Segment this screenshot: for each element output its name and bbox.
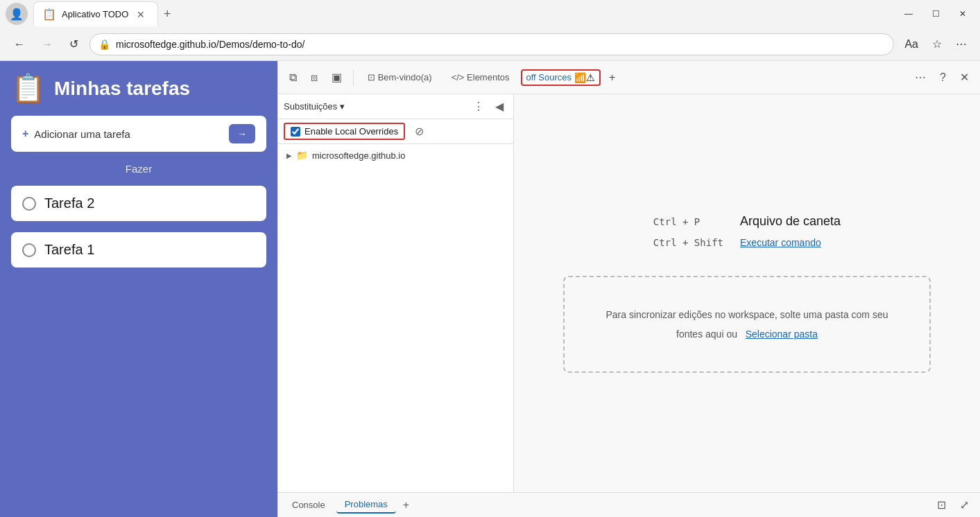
enable-overrides-label: Enable Local Overrides	[304, 126, 398, 137]
task-item-0[interactable]: Tarefa 2	[11, 186, 266, 221]
main-content: 📋 Minhas tarefas + Adicionar uma tarefa …	[0, 61, 980, 517]
sources-dropdown-label: Substituições	[284, 101, 337, 112]
tab-bar: 📋 Aplicativo TODO ✕ +	[33, 0, 896, 28]
browser-frame: 👤 📋 Aplicativo TODO ✕ + — ☐ ✕ ← → ↺ 🔒 mi…	[0, 0, 980, 517]
select-folder-link[interactable]: Selecionar pasta	[746, 328, 818, 340]
toolbar-right: Aa ☆ ⋯	[900, 34, 972, 54]
bottom-right-buttons: ⊡ ⤢	[931, 495, 974, 515]
drop-zone-text-2: fontes aqui ou	[676, 328, 737, 340]
refresh-button[interactable]: ↺	[64, 33, 84, 55]
add-task-placeholder: Adicionar uma tarefa	[34, 128, 223, 140]
task-label-0: Tarefa 2	[44, 195, 94, 211]
tab-elements[interactable]: </> Elementos	[443, 68, 518, 87]
devtools-topbar: ⧉ ⧇ ▣ ⊡ Bem-vindo(a) </> Elementos off S…	[278, 61, 980, 94]
enable-overrides-container: Enable Local Overrides	[284, 123, 405, 140]
add-bottom-tab-button[interactable]: +	[399, 497, 413, 514]
devtools-close-button[interactable]: ✕	[954, 67, 974, 87]
tab-sources[interactable]: off Sources	[526, 72, 572, 82]
minimize-button[interactable]: —	[896, 6, 921, 21]
app-logo-icon: 📋	[11, 72, 46, 105]
add-devtools-tab-button[interactable]: +	[603, 68, 621, 87]
devtools-device-button[interactable]: ⧇	[305, 68, 323, 87]
folder-icon: 📁	[296, 150, 308, 161]
url-bar[interactable]: 🔒 microsoftedge.github.io/Demos/demo-to-…	[89, 33, 894, 55]
more-options-button[interactable]: ⋯	[951, 34, 972, 54]
devtools-layout-button[interactable]: ▣	[326, 67, 347, 87]
devtools-inspect-button[interactable]: ⧉	[284, 68, 302, 87]
lock-icon: 🔒	[98, 39, 110, 50]
drop-zone-text-1: Para sincronizar edições no workspace, s…	[606, 309, 888, 320]
bottom-tab-console[interactable]: Console	[284, 497, 334, 513]
tab-title: Aplicativo TODO	[62, 9, 128, 19]
devtools-bottombar: Console Problemas + ⊡ ⤢	[278, 492, 980, 517]
title-bar: 👤 📋 Aplicativo TODO ✕ + — ☐ ✕	[0, 0, 980, 28]
tab-sources-container: off Sources 📶⚠	[521, 69, 601, 86]
bottom-screenshot-button[interactable]: ⊡	[931, 495, 952, 515]
app-header: 📋 Minhas tarefas	[11, 72, 266, 105]
section-label: Fazer	[11, 163, 266, 175]
browser-tab[interactable]: 📋 Aplicativo TODO ✕	[33, 1, 158, 26]
reader-view-button[interactable]: Aa	[900, 35, 923, 54]
shortcut1-desc: Arquivo de caneta	[740, 214, 841, 229]
app-title: Minhas tarefas	[54, 78, 190, 100]
shortcut-grid: Ctrl + P Arquivo de caneta Ctrl + Shift …	[653, 214, 841, 248]
url-text: microsoftedge.github.io/Demos/demo-to-do…	[116, 39, 885, 50]
shortcut2-link[interactable]: Executar comando	[740, 237, 841, 248]
forward-btn: →	[36, 34, 58, 55]
add-task-submit-button[interactable]: →	[229, 124, 255, 143]
app-panel: 📋 Minhas tarefas + Adicionar uma tarefa …	[0, 61, 277, 517]
add-task-plus-icon: +	[22, 128, 28, 140]
task-checkbox-1[interactable]	[22, 243, 36, 257]
task-checkbox-0[interactable]	[22, 197, 36, 211]
sources-dropdown[interactable]: Substituições ▾	[284, 101, 466, 112]
tree-item-label-0: microsoftedge.github.io	[312, 150, 405, 161]
sources-menu-button[interactable]: ⋮	[469, 98, 488, 115]
clear-overrides-button[interactable]: ⊘	[411, 123, 428, 140]
sidebar-toggle-button[interactable]: ◀	[491, 98, 508, 115]
tree-expand-icon: ▶	[286, 152, 292, 159]
wifi-warning-icon: 📶⚠	[574, 72, 595, 83]
overrides-toolbar: Enable Local Overrides ⊘	[278, 119, 513, 144]
elements-icon: </>	[452, 72, 465, 82]
bottom-expand-button[interactable]: ⤢	[954, 495, 974, 515]
shortcut2-keys: Ctrl + Shift	[653, 237, 723, 248]
enable-overrides-checkbox[interactable]	[291, 127, 300, 137]
sources-main-pane: Ctrl + P Arquivo de caneta Ctrl + Shift …	[514, 94, 980, 492]
file-tree: ▶ 📁 microsoftedge.github.io	[278, 144, 513, 166]
sources-label: off Sources	[526, 72, 572, 82]
sources-left-pane: Substituições ▾ ⋮ ◀ Enable Local Overrid…	[278, 94, 514, 492]
drop-zone[interactable]: Para sincronizar edições no workspace, s…	[563, 276, 931, 373]
tab-favicon-icon: 📋	[42, 8, 56, 21]
task-label-1: Tarefa 1	[44, 242, 94, 258]
shortcut1-keys: Ctrl + P	[653, 216, 723, 227]
home-icon: ⊡	[368, 72, 375, 82]
tab-close-button[interactable]: ✕	[134, 8, 148, 21]
window-controls: — ☐ ✕	[896, 6, 974, 21]
devtools-more-button[interactable]: ⋯	[909, 67, 931, 87]
maximize-button[interactable]: ☐	[924, 6, 948, 21]
sources-toolbar: Substituições ▾ ⋮ ◀	[278, 94, 513, 119]
devtools-content: Substituições ▾ ⋮ ◀ Enable Local Overrid…	[278, 94, 980, 492]
favorites-button[interactable]: ☆	[927, 34, 947, 54]
bottom-tab-problems[interactable]: Problemas	[336, 496, 396, 514]
new-tab-button[interactable]: +	[158, 4, 177, 24]
task-item-1[interactable]: Tarefa 1	[11, 232, 266, 268]
tab-elements-label: Elementos	[467, 72, 509, 82]
tab-welcome[interactable]: ⊡ Bem-vindo(a)	[359, 68, 440, 87]
devtools-divider-1	[353, 69, 354, 86]
devtools-help-button[interactable]: ?	[934, 68, 952, 87]
close-window-button[interactable]: ✕	[951, 6, 974, 21]
back-button[interactable]: ←	[8, 34, 31, 55]
address-bar: ← → ↺ 🔒 microsoftedge.github.io/Demos/de…	[0, 28, 980, 61]
tab-welcome-label: Bem-vindo(a)	[378, 72, 432, 82]
dropdown-arrow-icon: ▾	[340, 101, 345, 112]
add-task-bar[interactable]: + Adicionar uma tarefa →	[11, 116, 266, 152]
devtools-panel: ⧉ ⧇ ▣ ⊡ Bem-vindo(a) </> Elementos off S…	[277, 61, 980, 517]
file-tree-item-0[interactable]: ▶ 📁 microsoftedge.github.io	[278, 147, 513, 164]
